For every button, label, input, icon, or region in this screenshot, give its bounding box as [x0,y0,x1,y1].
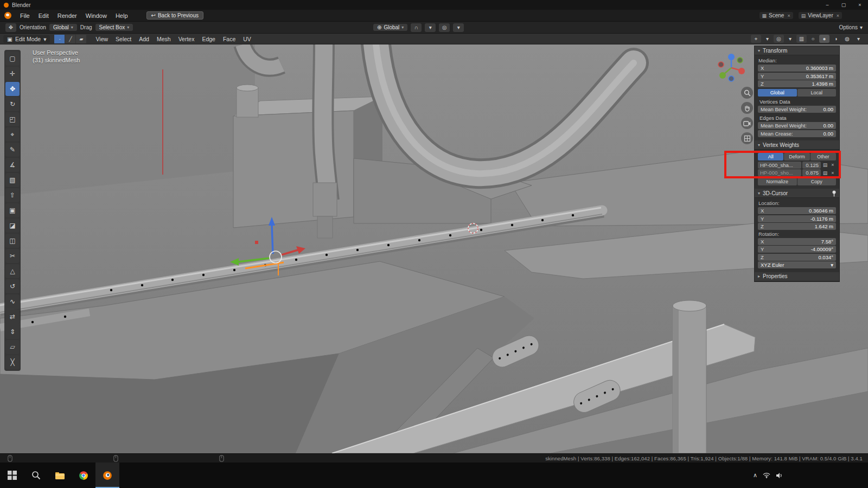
shading-wireframe-button[interactable]: ○ [808,35,818,43]
viewport-canvas[interactable] [0,44,868,453]
face-select-mode-button[interactable]: ▰ [76,35,86,43]
tool-measure[interactable]: ∡ [5,158,20,172]
properties-section-header[interactable]: ▸ Properties [755,272,839,281]
proportional-falloff-dropdown[interactable]: ▾ [453,23,464,32]
blender-logo-icon[interactable] [4,12,11,19]
cursor-location-x-field[interactable]: X 0.36046 m [758,207,836,214]
drag-mode-dropdown[interactable]: Select Box ▾ [95,24,133,31]
cursor-rotation-x-field[interactable]: X 7.58° [758,238,836,245]
maximize-button[interactable]: ▢ [835,0,852,10]
menu-window[interactable]: Window [81,11,111,20]
vertex-select-mode-button[interactable]: ∙ [54,35,65,43]
cursor-section-header[interactable]: ▾ 3D-Cursor [755,189,839,198]
tool-select-box[interactable]: ▢ [5,52,20,66]
tool-move[interactable]: ✥ [5,82,20,96]
cursor-location-y-field[interactable]: Y -0.1176 m [758,215,836,222]
tool-poly-build[interactable]: △ [5,264,20,278]
cursor-rotation-z-field[interactable]: Z 0.034° [758,254,836,261]
median-x-field[interactable]: X 0.360003 m [758,65,836,72]
taskbar-chrome-button[interactable] [72,463,95,488]
overlays-toggle[interactable]: ◎ [774,35,784,43]
mode-dropdown[interactable]: ▣ Edit Mode ▾ [3,35,50,43]
median-y-field[interactable]: Y 0.353617 m [758,73,836,80]
snap-magnet-toggle[interactable]: ∩ [411,23,422,32]
menu-file[interactable]: File [16,11,34,20]
weight-paste-icon[interactable]: ▤ [822,170,828,176]
camera-view-button[interactable] [741,117,753,129]
weight-value-field[interactable]: 0.875 [802,169,821,176]
menu-edge[interactable]: Edge [198,35,219,43]
start-button[interactable] [0,463,24,488]
weights-tab-deform[interactable]: Deform [784,153,809,160]
tool-annotate[interactable]: ✎ [5,143,20,157]
weight-group-name[interactable]: HP-000_sha... [758,162,801,169]
menu-mesh[interactable]: Mesh [153,35,175,43]
scene-unlink-button[interactable]: × [786,13,790,18]
menu-edit[interactable]: Edit [34,11,53,20]
speaker-icon[interactable] [776,472,783,479]
minimize-button[interactable]: – [819,0,835,10]
tool-shrink-fatten[interactable]: ⇕ [5,325,20,339]
median-z-field[interactable]: Z 1.4398 m [758,80,836,87]
normalize-button[interactable]: Normalize [758,178,797,185]
mean-bevel-weight-field[interactable]: Mean Bevel Weight: 0.00 [758,106,836,113]
tool-knife[interactable]: ✂ [5,249,20,263]
menu-render[interactable]: Render [53,11,81,20]
proportional-edit-toggle[interactable]: ◎ [439,23,450,32]
tool-shear[interactable]: ▱ [5,340,20,354]
menu-uv[interactable]: UV [239,35,255,43]
transform-section-header[interactable]: ▾ Transform [755,46,839,55]
global-space-button[interactable]: Global [758,89,797,97]
shading-dropdown[interactable]: ▾ [853,35,864,43]
gizmo-dropdown[interactable]: ▾ [762,35,773,43]
menu-help[interactable]: Help [111,11,132,20]
tool-scale[interactable]: ◰ [5,112,20,126]
mean-crease-field[interactable]: Mean Crease: 0.00 [758,130,836,137]
snap-settings-dropdown[interactable]: ▾ [425,23,436,32]
tool-inset-faces[interactable]: ▣ [5,203,20,217]
overlays-dropdown[interactable]: ▾ [785,35,795,43]
taskbar-file-explorer-button[interactable] [48,463,72,488]
viewlayer-selector[interactable]: ▤ ViewLayer × [799,12,842,19]
options-dropdown[interactable]: Options ▾ [839,24,863,30]
weight-delete-icon[interactable]: × [829,170,836,176]
tool-edge-slide[interactable]: ⇄ [5,310,20,324]
tool-loop-cut[interactable]: ◫ [5,234,20,248]
tool-rip-region[interactable]: ╳ [5,355,20,369]
weights-tab-all[interactable]: All [758,153,783,160]
zoom-button[interactable] [741,87,753,99]
shading-rendered-button[interactable]: ◍ [842,35,852,43]
tool-rotate[interactable]: ↻ [5,97,20,111]
edge-select-mode-button[interactable]: ╱ [65,35,75,43]
tool-smooth[interactable]: ∿ [5,294,20,309]
viewlayer-remove-button[interactable]: × [835,13,839,18]
local-space-button[interactable]: Local [797,89,837,97]
menu-view[interactable]: View [92,35,112,43]
edge-mean-bevel-weight-field[interactable]: Mean Bevel Weight: 0.00 [758,122,836,129]
tool-add-cube[interactable]: ▧ [5,173,20,187]
weights-tab-other[interactable]: Other [810,153,836,160]
weight-delete-icon[interactable]: × [829,162,836,168]
weight-paste-icon[interactable]: ▤ [822,162,828,168]
close-button[interactable]: × [852,0,868,10]
pin-icon[interactable] [832,190,837,197]
vertex-weights-section-header[interactable]: ▾ Vertex Weights [755,140,839,150]
tool-bevel[interactable]: ◪ [5,219,20,233]
perspective-toggle-button[interactable] [741,132,753,144]
menu-face[interactable]: Face [219,35,239,43]
shading-solid-button[interactable]: ● [819,35,829,43]
weight-group-name[interactable]: HP-000_sho... [758,169,801,176]
tool-extrude-region[interactable]: ⇧ [5,188,20,202]
cursor-rotation-y-field[interactable]: Y -4.00009° [758,246,836,253]
taskbar-blender-button[interactable] [95,463,119,488]
tool-spin[interactable]: ↺ [5,279,20,293]
show-gizmo-toggle[interactable]: ⌖ [751,35,761,43]
pan-button[interactable] [741,102,753,114]
tray-chevron-icon[interactable]: ∧ [753,472,757,479]
back-to-previous-button[interactable]: ↩ Back to Previous [146,11,203,20]
orientation-dropdown[interactable]: Global ▾ [49,24,77,31]
transform-orientation-dropdown[interactable]: ⊕ Global ▾ [373,24,407,31]
taskbar-search-button[interactable] [24,463,48,488]
tool-cursor[interactable]: ✛ [5,67,20,81]
scene-selector[interactable]: ▦ Scene × [760,12,793,19]
